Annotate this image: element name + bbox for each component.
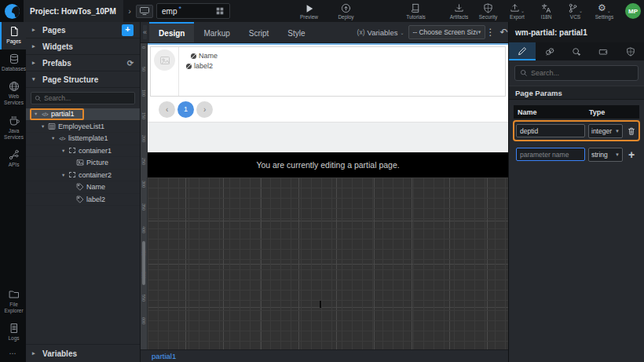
vcs-button[interactable]: ⌄ VCS: [562, 3, 588, 20]
tree-item-label2[interactable]: label2: [26, 194, 140, 207]
rail-overflow-button[interactable]: ⋯: [0, 346, 26, 362]
i18n-button[interactable]: I18N: [533, 3, 559, 20]
coffee-icon: [9, 115, 20, 126]
list-pagination: ‹ 1 ›: [150, 97, 506, 122]
monitor-icon: [139, 5, 150, 16]
add-param-button[interactable]: +: [626, 148, 637, 161]
label-bind-icon: [185, 63, 192, 70]
more-options-button[interactable]: ⋮: [485, 24, 495, 40]
chevron-down-icon[interactable]: ▾: [33, 111, 38, 117]
caret-down-icon: ⌄: [521, 8, 525, 13]
design-canvas: Name label2 ‹ 1 ›: [148, 43, 508, 349]
artifacts-button[interactable]: Artifacts: [446, 3, 472, 20]
chevron-down-icon[interactable]: ▾: [50, 135, 56, 141]
book-icon: [411, 3, 421, 13]
rail-item-logs[interactable]: Logs: [0, 319, 26, 346]
undo-button[interactable]: ↶: [499, 24, 507, 40]
tab-security[interactable]: [617, 42, 644, 60]
pencil-icon: [518, 46, 527, 56]
tree-item-container1[interactable]: ▾ container1: [26, 145, 140, 158]
open-page-tab[interactable]: emp *: [156, 3, 230, 19]
rail-item-databases[interactable]: Databases: [0, 49, 26, 77]
chevron-right-icon: ▸: [32, 43, 38, 49]
app-logo[interactable]: [0, 0, 24, 22]
page-type-button[interactable]: [136, 5, 153, 18]
section-widgets[interactable]: ▸ Widgets: [26, 38, 140, 55]
structure-search-input[interactable]: [44, 94, 131, 102]
add-page-button[interactable]: +: [122, 24, 134, 36]
tree-item-partial1[interactable]: ▾ </> partial1: [26, 108, 140, 121]
section-page-structure[interactable]: ▾ Page Structure: [26, 71, 140, 88]
tab-script[interactable]: Script: [240, 22, 279, 42]
properties-search-input[interactable]: [531, 69, 633, 77]
deploy-button[interactable]: Deploy: [333, 3, 359, 20]
security-button[interactable]: Security: [475, 3, 501, 20]
tab-label: emp: [162, 7, 177, 16]
label2-widget[interactable]: label2: [185, 62, 218, 70]
tutorials-button[interactable]: Tutorials: [403, 3, 429, 20]
chevron-down-icon[interactable]: ▾: [60, 148, 66, 154]
export-button[interactable]: ⌄ Export: [504, 3, 530, 20]
section-variables[interactable]: ▸ Variables: [26, 345, 140, 362]
partial-preview-area[interactable]: Name label2 ‹ 1 ›: [148, 43, 508, 122]
section-prefabs[interactable]: ▸ Prefabs ⟳: [26, 55, 140, 71]
text-cursor: [320, 301, 321, 308]
topbar-right-actions: Artifacts Security ⌄ Export I18N ⌄ VCS ⚙…: [446, 3, 644, 20]
variables-section: ▸ Variables: [26, 344, 140, 362]
prev-page-button[interactable]: ‹: [159, 101, 175, 118]
database-icon: [9, 53, 20, 64]
layout-grid[interactable]: [148, 177, 508, 349]
next-page-button[interactable]: ›: [196, 101, 213, 118]
name-label-widget[interactable]: Name: [190, 52, 218, 60]
new-param-name-input[interactable]: [516, 148, 585, 161]
list-item-template[interactable]: Name label2: [150, 46, 506, 97]
tab-devices[interactable]: [590, 42, 617, 60]
new-param-type-select[interactable]: string ▼: [588, 148, 623, 162]
tree-item-employeelist1[interactable]: ▾ EmployeeList1: [26, 121, 140, 133]
breadcrumb-partial1[interactable]: partial1: [152, 352, 176, 360]
page-params-table: Name Type integer ▼ string: [514, 105, 639, 165]
rail-item-java-services[interactable]: Java Services: [0, 112, 26, 145]
preview-button[interactable]: Preview: [296, 3, 322, 20]
tab-markup[interactable]: Markup: [194, 22, 239, 42]
picture-cell[interactable]: [151, 47, 179, 96]
screen-size-select[interactable]: -- Choose Screen Size -- ▼: [408, 25, 485, 39]
tree-item-container2[interactable]: ▾ container2: [26, 170, 140, 182]
container-icon: [69, 148, 75, 153]
tab-design[interactable]: Design: [149, 22, 194, 42]
rail-item-web-services[interactable]: Web Services: [0, 77, 26, 111]
variables-dropdown[interactable]: (x) Variables ⌄: [357, 28, 404, 37]
param-type-select[interactable]: integer ▼: [588, 124, 623, 138]
right-panel: wm-partial: partial1: [508, 22, 644, 362]
chevron-down-icon[interactable]: ▾: [40, 123, 46, 130]
collapse-left-panel-button[interactable]: «: [143, 25, 147, 39]
delete-param-button[interactable]: [626, 126, 637, 136]
project-label[interactable]: Project: HowTos_10PM: [24, 0, 123, 22]
label-bind-icon: [190, 53, 197, 60]
tab-events[interactable]: [563, 42, 590, 60]
gear-icon: ⚙: [598, 3, 606, 13]
rail-item-file-explorer[interactable]: File Explorer: [0, 285, 26, 319]
chevron-down-icon[interactable]: ▾: [60, 172, 66, 178]
canvas-scrollbar[interactable]: [142, 241, 145, 285]
section-pages[interactable]: ▸ Pages +: [26, 22, 140, 38]
refresh-icon[interactable]: ⟳: [127, 59, 134, 68]
param-name-input[interactable]: [516, 124, 585, 137]
tab-properties[interactable]: [509, 42, 536, 60]
tree-item-listtemplate1[interactable]: ▾ </> listtemplate1: [26, 133, 140, 145]
tab-styles[interactable]: [536, 42, 562, 60]
current-page-button[interactable]: 1: [177, 101, 194, 118]
rail-item-pages[interactable]: Pages: [0, 22, 26, 49]
center-column: « Design Markup Script Style (x) Variabl…: [141, 22, 508, 362]
list-item-fields: Name label2: [179, 47, 224, 96]
rail-item-apis[interactable]: APIs: [0, 145, 26, 173]
left-panel: ▸ Pages + ▸ Widgets ▸ Prefabs ⟳ ▾ Page S…: [26, 22, 141, 362]
settings-button[interactable]: ⚙⌄ Settings: [591, 3, 617, 20]
user-avatar[interactable]: MP: [625, 3, 641, 19]
grid-icon[interactable]: [215, 6, 225, 16]
tree-item-name[interactable]: Name: [26, 181, 140, 194]
param-row-new: string ▼ +: [514, 144, 639, 165]
vertical-ruler: 0 50 100 150 200 250 300 350 400 450 500…: [141, 43, 148, 349]
tab-style[interactable]: Style: [278, 22, 314, 42]
tree-item-picture[interactable]: Picture: [26, 157, 140, 170]
